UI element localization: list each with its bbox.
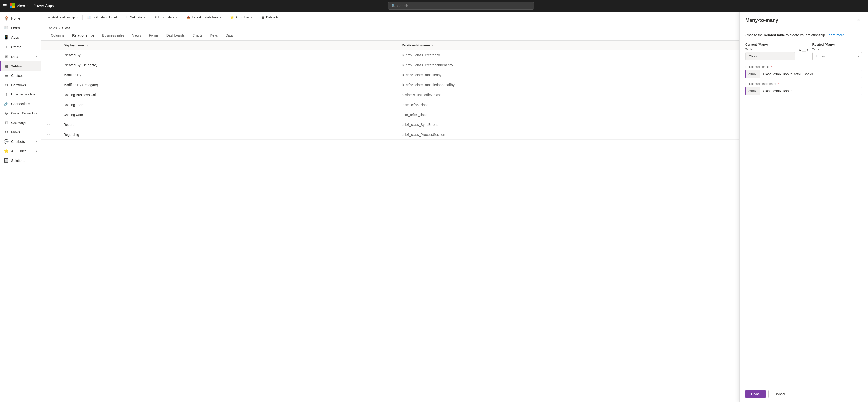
sidebar-item-solutions[interactable]: 🔲 Solutions [0, 156, 41, 165]
tab-keys[interactable]: Keys [206, 31, 222, 40]
sidebar: 🏠 Home 📖 Learn 📱 Apps ＋ Create ⊞ Data ∧ … [0, 12, 41, 402]
export-lake-button[interactable]: 📤 Export to data lake ∨ [184, 14, 224, 21]
breadcrumb-parent[interactable]: Tables [47, 26, 57, 30]
row-dots-cell[interactable]: ··· [41, 130, 58, 140]
related-table-strong: Related table [764, 33, 785, 37]
create-icon: ＋ [4, 44, 9, 49]
breadcrumb-current: Class [62, 26, 70, 30]
breadcrumb-separator: › [59, 26, 60, 30]
row-dots-cell[interactable]: ··· [41, 100, 58, 110]
search-input[interactable] [398, 4, 531, 8]
ai-builder-toolbar-button[interactable]: ⭐ AI Builder ∨ [228, 14, 255, 21]
search-bar[interactable]: 🔍 [388, 2, 534, 10]
get-data-chevron-icon: ∨ [144, 16, 145, 19]
sidebar-item-flows[interactable]: ↺ Flows [0, 127, 41, 137]
get-data-button[interactable]: ⬇ Get data ∨ [123, 14, 148, 21]
ms-squares [10, 3, 14, 8]
current-table-label: Table * [745, 48, 795, 51]
export-data-button[interactable]: ↗ Export data ∨ [152, 14, 180, 21]
tab-relationships[interactable]: Relationships [68, 31, 98, 40]
row-dots-cell[interactable]: ··· [41, 110, 58, 120]
tab-views[interactable]: Views [128, 31, 145, 40]
rel-name-sort-icon: ∨ [431, 44, 433, 47]
sidebar-item-chatbots[interactable]: 💬 Chatbots ∨ [0, 137, 41, 146]
col-display-name[interactable]: Display name ↑↓ [58, 40, 396, 50]
sidebar-item-connections[interactable]: 🔗 Connections [0, 99, 41, 108]
sidebar-item-choices[interactable]: ☰ Choices [0, 71, 41, 80]
row-context-menu[interactable]: ··· [47, 112, 52, 117]
ai-builder-chevron-icon: ∨ [35, 150, 37, 153]
gateways-icon: ⊡ [4, 120, 9, 125]
content-area: ＋ Add relationship ∨ 📊 Edit data in Exce… [41, 12, 868, 402]
row-dots-cell[interactable]: ··· [41, 70, 58, 80]
main-layout: 🏠 Home 📖 Learn 📱 Apps ＋ Create ⊞ Data ∧ … [0, 12, 868, 402]
row-context-menu[interactable]: ··· [47, 123, 52, 127]
ai-builder-toolbar-icon: ⭐ [230, 15, 234, 19]
row-dots-cell[interactable]: ··· [41, 50, 58, 60]
panel-close-button[interactable]: ✕ [855, 16, 862, 24]
sidebar-item-export[interactable]: ↑ Export to data lake [0, 90, 41, 99]
sidebar-item-tables[interactable]: ▦ Tables [0, 61, 41, 71]
row-display-name: Modified By (Delegate) [58, 80, 396, 90]
relationship-name-input[interactable] [761, 70, 862, 78]
chatbots-chevron-icon: ∨ [35, 140, 37, 143]
connections-icon: 🔗 [4, 101, 9, 106]
row-dots-cell[interactable]: ··· [41, 60, 58, 70]
connector-display: * — * [799, 43, 808, 54]
sidebar-item-ai-builder[interactable]: ⭐ AI Builder ∨ [0, 146, 41, 156]
export-lake-chevron-icon: ∨ [219, 16, 221, 19]
sidebar-item-custom-connectors[interactable]: ⚙ Custom Connectors [0, 108, 41, 118]
rel-table-name-prefix: crfb6_ [746, 87, 761, 95]
tab-business-rules[interactable]: Business rules [98, 31, 128, 40]
tab-charts[interactable]: Charts [188, 31, 206, 40]
app-name: Power Apps [33, 4, 54, 8]
row-display-name: Regarding [58, 130, 396, 140]
data-chevron-icon: ∧ [35, 55, 37, 58]
tab-forms[interactable]: Forms [145, 31, 162, 40]
current-column: Current (Many) Table * Class [745, 43, 795, 60]
hamburger-icon[interactable]: ☰ [3, 3, 7, 8]
microsoft-label: Microsoft [17, 4, 30, 8]
sidebar-item-apps[interactable]: 📱 Apps [0, 33, 41, 42]
rel-table-name-label: Relationship table name * [745, 82, 862, 86]
rel-name-label: Relationship name * [745, 65, 862, 69]
row-display-name: Owning User [58, 110, 396, 120]
row-context-menu[interactable]: ··· [47, 132, 52, 137]
relationship-name-input-wrapper: crfb6_ [745, 70, 862, 78]
relationship-name-group: Relationship name * crfb6_ [745, 65, 862, 78]
row-context-menu[interactable]: ··· [47, 73, 52, 77]
microsoft-logo: Microsoft [10, 3, 30, 8]
row-dots-cell[interactable]: ··· [41, 80, 58, 90]
row-dots-cell[interactable]: ··· [41, 120, 58, 130]
sidebar-item-data[interactable]: ⊞ Data ∧ [0, 52, 41, 61]
row-context-menu[interactable]: ··· [47, 93, 52, 97]
row-context-menu[interactable]: ··· [47, 83, 52, 87]
sidebar-item-learn[interactable]: 📖 Learn [0, 23, 41, 33]
done-button[interactable]: Done [745, 390, 766, 398]
tab-dashboards[interactable]: Dashboards [162, 31, 189, 40]
sidebar-item-dataflows[interactable]: ↻ Dataflows [0, 80, 41, 90]
toolbar-separator-6 [257, 14, 257, 21]
relationship-table-name-input[interactable] [761, 87, 862, 95]
current-section-label: Current (Many) [745, 43, 795, 46]
row-dots-cell[interactable]: ··· [41, 90, 58, 100]
sidebar-item-create[interactable]: ＋ Create [0, 42, 41, 52]
add-relationship-button[interactable]: ＋ Add relationship ∨ [45, 14, 81, 21]
sidebar-item-gateways[interactable]: ⊡ Gateways [0, 118, 41, 127]
sidebar-item-home[interactable]: 🏠 Home [0, 13, 41, 23]
delete-table-button[interactable]: 🗑 Delete tab [259, 14, 283, 21]
toolbar-separator-5 [225, 14, 226, 21]
tab-data[interactable]: Data [222, 31, 237, 40]
tables-icon: ▦ [4, 64, 9, 68]
tab-columns[interactable]: Columns [47, 31, 68, 40]
toolbar-separator-1 [82, 14, 83, 21]
related-table-select[interactable]: Books Account Contact Lead [812, 52, 862, 60]
cancel-button[interactable]: Cancel [769, 390, 791, 398]
row-context-menu[interactable]: ··· [47, 63, 52, 67]
row-context-menu[interactable]: ··· [47, 103, 52, 107]
ai-builder-icon: ⭐ [4, 149, 9, 153]
learn-more-link[interactable]: Learn more [827, 33, 844, 37]
row-context-menu[interactable]: ··· [47, 53, 52, 57]
edit-excel-button[interactable]: 📊 Edit data in Excel [85, 14, 119, 21]
ai-builder-chevron-icon: ∨ [251, 16, 252, 19]
